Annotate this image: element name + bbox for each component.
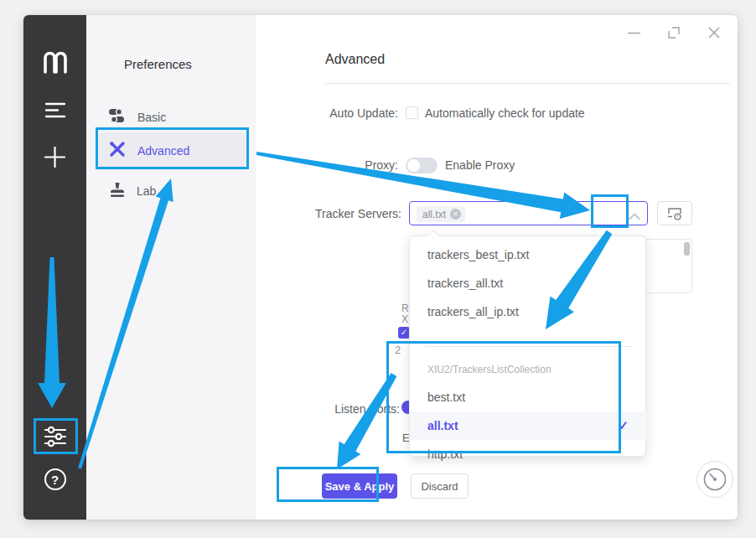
proxy-label: Proxy: xyxy=(264,158,398,172)
occluded-text-fragment: R xyxy=(401,303,409,314)
chevron-up-icon[interactable] xyxy=(629,209,640,224)
preferences-panel: Preferences Basic Advanced xyxy=(86,15,256,520)
occluded-text-fragment: 2 xyxy=(395,344,401,356)
save-apply-button[interactable]: Save & Apply xyxy=(322,473,397,499)
task-list-icon[interactable] xyxy=(23,102,86,122)
dropdown-option[interactable]: trackers_all_ip.txt xyxy=(410,297,647,326)
occluded-checkbox-fragment: ✓ xyxy=(398,327,410,339)
tracker-servers-label: Tracker Servers: xyxy=(267,207,401,220)
sync-trackers-button[interactable] xyxy=(657,201,692,225)
sidebar-item-advanced[interactable]: Advanced xyxy=(99,132,246,169)
dropdown-option-selected[interactable]: all.txt ✓ xyxy=(410,411,647,440)
toggle-knob xyxy=(407,159,420,172)
dropdown-group-label: XIU2/TrackersListCollection xyxy=(427,364,551,375)
auto-update-checkbox[interactable] xyxy=(406,106,418,119)
tracker-dropdown: trackers_best_ip.txt trackers_all.txt tr… xyxy=(409,235,646,457)
sidebar-item-basic[interactable]: Basic xyxy=(99,99,246,136)
restore-button[interactable] xyxy=(665,23,682,42)
proxy-toggle-label: Enable Proxy xyxy=(445,158,515,172)
dropdown-divider xyxy=(424,346,634,347)
dropdown-option[interactable]: http.txt xyxy=(410,440,647,468)
dropdown-option[interactable]: best.txt xyxy=(410,383,647,411)
discard-button[interactable]: Discard xyxy=(411,473,469,499)
help-question-glyph: ? xyxy=(44,468,66,490)
speed-gauge-button[interactable] xyxy=(696,461,733,498)
tracker-servers-select[interactable]: all.txt × xyxy=(409,201,648,225)
listen-ports-label: Listen Ports: xyxy=(266,402,400,416)
preferences-title: Preferences xyxy=(124,57,192,71)
main-panel: Advanced Auto Update: Automatically chec… xyxy=(256,15,738,520)
close-button[interactable] xyxy=(706,23,722,42)
minimize-button[interactable] xyxy=(625,23,642,42)
selected-tag: all.txt × xyxy=(417,206,465,222)
tag-remove-icon[interactable]: × xyxy=(450,209,461,220)
app-sidebar: ? xyxy=(23,15,86,520)
sidebar-item-lab[interactable]: Lab xyxy=(99,173,246,210)
sidebar-item-label: Lab xyxy=(137,184,156,198)
sidebar-item-label: Basic xyxy=(137,111,166,124)
occluded-text-fragment: X xyxy=(401,313,408,325)
page-title: Advanced xyxy=(325,52,385,67)
add-task-icon[interactable] xyxy=(23,147,86,171)
tag-label: all.txt xyxy=(422,209,446,220)
option-label: all.txt xyxy=(427,419,458,432)
dropdown-option[interactable]: trackers_all.txt xyxy=(410,269,647,297)
app-window: ? Preferences Basic Advanced xyxy=(23,15,738,520)
help-icon[interactable]: ? xyxy=(23,468,86,490)
proxy-toggle[interactable] xyxy=(406,158,438,173)
title-divider xyxy=(325,83,730,84)
auto-update-checkbox-label: Automatically check for update xyxy=(425,106,585,120)
dropdown-option[interactable]: trackers_best_ip.txt xyxy=(410,241,647,269)
auto-update-label: Auto Update: xyxy=(264,106,398,120)
motrix-logo-icon xyxy=(23,50,86,77)
window-controls xyxy=(625,23,722,42)
basic-toggles-icon xyxy=(109,108,126,127)
textarea-scrollbar[interactable] xyxy=(684,242,690,256)
sidebar-item-label: Advanced xyxy=(137,144,189,158)
preferences-sliders-icon[interactable] xyxy=(23,424,86,453)
lab-stamp-icon xyxy=(110,182,125,201)
advanced-tools-icon xyxy=(109,141,126,161)
check-icon: ✓ xyxy=(618,411,629,440)
